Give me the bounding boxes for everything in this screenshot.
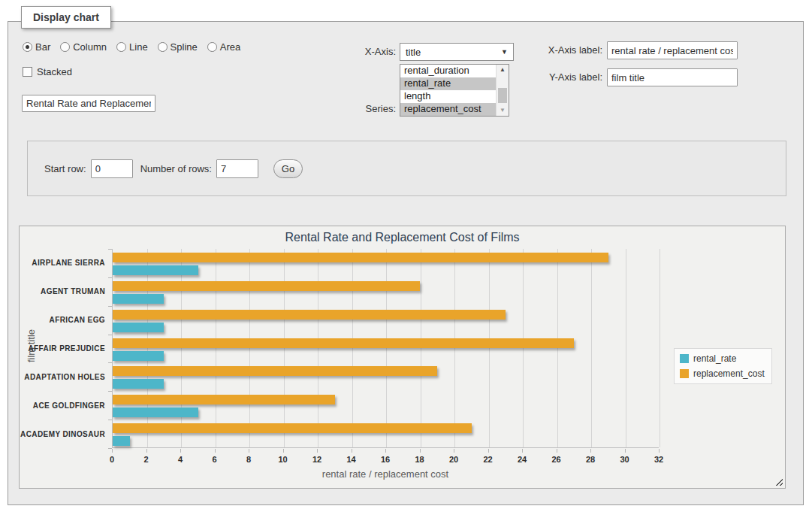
chart-type-option-column[interactable]: Column — [60, 41, 107, 53]
legend-swatch-icon — [680, 369, 689, 378]
x-axis-tick — [385, 449, 386, 453]
scroll-down-icon[interactable]: ▼ — [497, 105, 509, 116]
gridline — [318, 249, 318, 447]
x-tick-label: 12 — [312, 455, 321, 464]
category-label: AIRPLANE SIERRA — [20, 249, 105, 277]
x-tick-label: 24 — [518, 455, 527, 464]
bar-replacement_cost — [113, 366, 437, 376]
chart-type-option-spline[interactable]: Spline — [158, 41, 198, 53]
x-tick-label: 32 — [654, 455, 663, 464]
x-axis-tick — [146, 449, 147, 453]
x-axis-label-input[interactable] — [607, 41, 738, 59]
stacked-checkbox-row[interactable]: Stacked — [23, 66, 72, 77]
legend-swatch-icon — [680, 354, 689, 363]
scrollbar-thumb[interactable] — [498, 88, 507, 103]
bar-rental_rate — [113, 407, 198, 417]
x-tick-label: 30 — [620, 455, 629, 464]
stacked-label: Stacked — [37, 66, 72, 77]
radio-icon[interactable] — [207, 42, 217, 52]
series-options: rental_durationrental_ratelengthreplacem… — [400, 65, 496, 116]
bar-replacement_cost — [113, 281, 420, 291]
gridline — [591, 249, 592, 447]
chart-legend: rental_ratereplacement_cost — [674, 348, 772, 384]
x-tick-label: 18 — [415, 455, 424, 464]
scroll-up-icon[interactable]: ▲ — [497, 65, 509, 75]
number-of-rows-input[interactable] — [216, 159, 258, 178]
x-axis-tick — [249, 449, 249, 453]
chart-title-input[interactable] — [22, 95, 155, 112]
chart-type-label: Spline — [171, 41, 198, 53]
legend-label: replacement_cost — [693, 368, 765, 379]
chart-type-option-bar[interactable]: Bar — [23, 41, 50, 53]
gridline — [660, 249, 660, 447]
bar-rental_rate — [113, 351, 164, 361]
start-row-input[interactable] — [91, 159, 133, 178]
series-multiselect[interactable]: rental_durationrental_ratelengthreplacem… — [400, 64, 509, 117]
bar-replacement_cost — [113, 310, 506, 320]
page: Display chart BarColumnLineSplineArea St… — [0, 0, 812, 512]
series-scrollbar[interactable]: ▲ ▼ — [496, 65, 509, 116]
x-tick-label: 28 — [586, 455, 595, 464]
chart-type-option-line[interactable]: Line — [116, 41, 148, 53]
bar-replacement_cost — [113, 338, 574, 348]
go-button[interactable]: Go — [273, 159, 303, 178]
x-axis-tick — [522, 449, 523, 453]
x-tick-label: 16 — [381, 455, 390, 464]
series-option-rental_duration[interactable]: rental_duration — [400, 65, 496, 77]
bar-replacement_cost — [113, 423, 472, 433]
gridline — [626, 249, 626, 447]
bar-rental_rate — [113, 323, 164, 332]
y-axis-label-caption: Y-Axis label: — [538, 71, 602, 83]
y-axis-tick — [108, 249, 112, 250]
x-axis-tick — [590, 449, 591, 453]
radio-icon[interactable] — [23, 42, 32, 52]
y-axis-tick — [108, 277, 112, 278]
radio-icon[interactable] — [158, 42, 168, 52]
y-axis-tick — [108, 362, 112, 363]
bar-replacement_cost — [113, 395, 335, 404]
x-axis-tick — [488, 449, 489, 453]
gridline — [216, 249, 216, 447]
x-axis-label-caption: X-Axis label: — [538, 44, 602, 56]
legend-item-replacement_cost[interactable]: replacement_cost — [680, 368, 765, 379]
x-tick-label: 8 — [246, 455, 251, 464]
radio-icon[interactable] — [116, 42, 126, 52]
x-tick-label: 22 — [483, 455, 492, 464]
stacked-checkbox[interactable] — [23, 67, 32, 77]
x-axis-tick — [283, 449, 284, 453]
x-axis-tick — [112, 449, 113, 453]
series-option-rental_rate[interactable]: rental_rate — [400, 77, 496, 90]
plot-area — [112, 249, 659, 448]
x-axis-tick — [215, 449, 216, 453]
y-axis-tick — [108, 391, 112, 392]
x-tick-label: 26 — [551, 455, 560, 464]
x-axis-tick — [625, 449, 626, 453]
x-axis-tick — [352, 449, 352, 453]
x-axis-tick — [557, 449, 557, 453]
chart-type-label: Area — [220, 41, 240, 53]
chart-type-label: Line — [129, 41, 148, 53]
row-range-panel: Start row: Number of rows: Go — [27, 141, 786, 196]
series-option-replacement_cost[interactable]: replacement_cost — [400, 103, 496, 116]
y-axis-label-input[interactable] — [607, 68, 738, 86]
radio-icon[interactable] — [60, 42, 70, 52]
gridline — [454, 249, 455, 447]
category-label: AGENT TRUMAN — [20, 277, 105, 306]
gridline — [386, 249, 387, 447]
y-axis-tick — [108, 420, 112, 420]
series-option-length[interactable]: length — [400, 90, 496, 103]
x-axis-title: rental rate / replacement cost — [112, 468, 659, 480]
y-axis-tick — [108, 306, 112, 307]
chart-type-label: Column — [73, 41, 107, 53]
x-axis-select-label: X-Axis: — [347, 46, 396, 57]
x-tick-label: 6 — [212, 455, 216, 464]
chart-type-radio-group: BarColumnLineSplineArea — [23, 41, 240, 53]
gridline — [147, 249, 148, 447]
chart-type-option-area[interactable]: Area — [207, 41, 240, 53]
x-axis-tick — [420, 449, 421, 453]
series-select-label: Series: — [347, 103, 396, 114]
legend-item-rental_rate[interactable]: rental_rate — [680, 353, 765, 364]
x-axis-select[interactable]: title ▼ — [400, 43, 514, 61]
x-axis-tick — [454, 449, 454, 453]
resize-handle-icon[interactable] — [774, 477, 783, 486]
